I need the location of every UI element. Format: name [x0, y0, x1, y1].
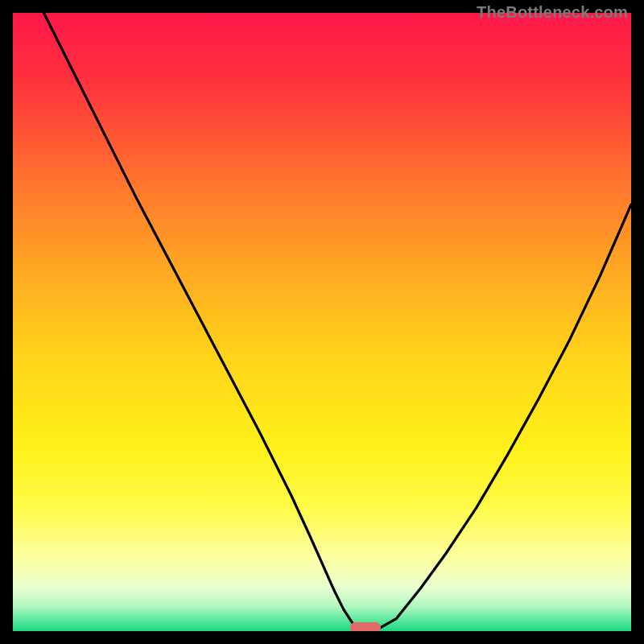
chart-frame: TheBottleneck.com	[0, 0, 644, 644]
watermark-text: TheBottleneck.com	[477, 3, 628, 22]
optimal-match-marker	[350, 622, 381, 631]
plot-area	[13, 13, 631, 631]
bottleneck-curve	[13, 13, 631, 631]
